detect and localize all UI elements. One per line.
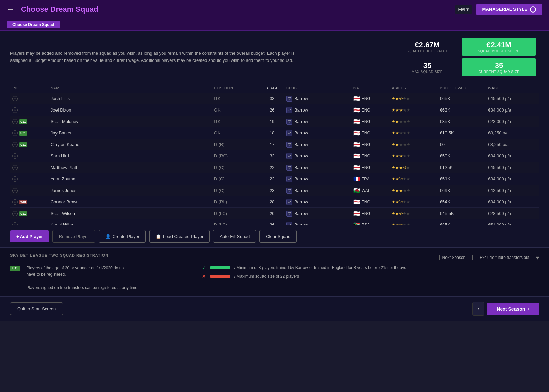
back-nav-arrow[interactable]: ‹ <box>472 302 484 316</box>
player-club: 🛡 Barrow <box>284 208 351 219</box>
nat-code: ENG <box>362 119 370 124</box>
flag-icon: 🏴󠁧󠁢󠁷󠁬󠁳󠁿 <box>353 187 360 194</box>
col-age[interactable]: ▲ AGE <box>260 83 284 93</box>
player-budget-value: €69K <box>438 185 486 196</box>
exclude-transfers-checkbox[interactable] <box>472 255 477 260</box>
player-budget-value: €54K <box>438 196 486 208</box>
registration-title: SKY BET LEAGUE TWO SQUAD REGISTRATION <box>10 253 108 258</box>
sub-tab[interactable]: Choose Dream Squad <box>7 21 60 28</box>
check-icon: ○ <box>12 107 18 113</box>
check-icon: ○ <box>12 222 18 225</box>
rule1-bar <box>210 266 230 269</box>
check-icon: ○ <box>12 119 18 124</box>
table-row[interactable]: ○ U21 Clayton Keane D (R) 17 🛡 Barrow 🏴󠁧… <box>10 139 539 150</box>
stars-display: ★★★★★ <box>392 131 436 136</box>
player-wage: €34,000 p/a <box>486 150 539 162</box>
player-nationality: 🏴󠁧󠁢󠁥󠁮󠁧󠁿 ENG <box>351 127 390 139</box>
player-wage: €42,500 p/a <box>486 185 539 196</box>
club-shield-icon: 🛡 <box>286 119 292 125</box>
expand-arrow-icon[interactable]: ▾ <box>536 254 539 261</box>
exclude-transfers-checkbox-item[interactable]: Exclude future transfers out <box>472 255 529 260</box>
next-season-checkbox[interactable] <box>435 255 440 260</box>
flag-icon: 🇫🇷 <box>353 176 360 182</box>
badge-u21: U21 <box>19 131 27 136</box>
table-row[interactable]: ○ U21 Jay Barker GK 18 🛡 Barrow 🏴󠁧󠁢󠁥󠁮󠁧󠁿 … <box>10 127 539 139</box>
player-age: 22 <box>260 173 284 185</box>
managerial-style-button[interactable]: MANAGERIAL STYLE i <box>476 4 542 15</box>
squad-budget-value-amount: €2.67M <box>397 41 458 49</box>
remove-player-button[interactable]: Remove Player <box>52 230 95 243</box>
player-nationality: 🏴󠁧󠁢󠁥󠁮󠁧󠁿 ENG <box>351 150 390 162</box>
table-row[interactable]: ○ Joel Dixon GK 26 🛡 Barrow 🏴󠁧󠁢󠁥󠁮󠁧󠁿 ENG <box>10 104 539 116</box>
reg-rule-1: ✓ / Minimum of 8 players trained by Barr… <box>202 265 539 270</box>
table-row[interactable]: ○ Yoan Zouma D (C) 22 🛡 Barrow 🇫🇷 FRA <box>10 173 539 185</box>
col-wage: WAGE <box>486 83 539 93</box>
back-button[interactable]: ← <box>7 5 14 14</box>
inf-cell: ○ U21 <box>10 139 49 150</box>
club-name: Barrow <box>294 96 308 101</box>
squad-budget-value-group: €2.67M SQUAD BUDGET VALUE <box>397 41 458 53</box>
flag-cell: 🏴󠁧󠁢󠁥󠁮󠁧󠁿 ENG <box>353 95 370 102</box>
info-text: Players may be added and removed from th… <box>10 50 301 64</box>
quit-button[interactable]: Quit to Start Screen <box>10 302 63 315</box>
check-icon: ○ <box>12 188 18 193</box>
page-title: Choose Dream Squad <box>21 5 455 14</box>
inf-cell: ○ <box>10 93 49 104</box>
nat-code: ENG <box>362 131 370 136</box>
table-row[interactable]: ○ U21 Scott Moloney GK 19 🛡 Barrow 🏴󠁧󠁢󠁥󠁮… <box>10 116 539 127</box>
player-name: Connor Brown <box>49 196 212 208</box>
flag-cell: 🏴󠁧󠁢󠁥󠁮󠁧󠁿 ENG <box>353 153 370 159</box>
table-row[interactable]: ○ James Jones D (C) 23 🛡 Barrow 🏴󠁧󠁢󠁷󠁬󠁳󠁿 … <box>10 185 539 196</box>
player-nationality: 🏴󠁧󠁢󠁷󠁬󠁳󠁿 WAL <box>351 185 390 196</box>
col-inf: INF <box>10 83 49 93</box>
table-row[interactable]: ○ Matthew Platt D (C) 22 🛡 Barrow 🏴󠁧󠁢󠁥󠁮󠁧… <box>10 162 539 173</box>
auto-fill-squad-button[interactable]: Auto-Fill Squad <box>213 230 256 243</box>
create-player-icon: 👤 <box>105 234 111 239</box>
next-season-button[interactable]: Next Season › <box>487 303 539 315</box>
col-ability: ABILITY <box>390 83 438 93</box>
check-icon: ○ <box>12 165 18 170</box>
footer: Quit to Start Screen ‹ Next Season › <box>0 296 549 321</box>
max-squad-size-amount: 35 <box>397 61 458 70</box>
player-nationality: 🏴󠁧󠁢󠁥󠁮󠁧󠁿 ENG <box>351 116 390 127</box>
table-row[interactable]: ○ Wnt Connor Brown D (RL) 28 🛡 Barrow 🏴󠁧… <box>10 196 539 208</box>
flag-icon: 🏴󠁧󠁢󠁥󠁮󠁧󠁿 <box>353 153 360 159</box>
sub-header: Choose Dream Squad <box>0 19 549 31</box>
fm-logo[interactable]: FM ▾ <box>455 5 472 14</box>
player-table-scroll[interactable]: INF NAME POSITION ▲ AGE CLUB NAT ABILITY… <box>10 83 539 225</box>
budget-boxes: €2.67M SQUAD BUDGET VALUE €2.41M SQUAD B… <box>397 38 539 76</box>
player-nationality: 🏴󠁧󠁢󠁥󠁮󠁧󠁿 ENG <box>351 208 390 219</box>
club-shield-icon: 🛡 <box>286 188 292 194</box>
load-created-player-button[interactable]: 📋 Load Created Player <box>149 230 210 243</box>
stars-display: ★★★★★ <box>392 154 436 158</box>
reg-rule-line2: have to be registered. <box>27 272 66 277</box>
flag-cell: 🏴󠁧󠁢󠁷󠁬󠁳󠁿 WAL <box>353 187 370 194</box>
reg-rule-text: Players of the age of 20 or younger on 1… <box>27 265 195 291</box>
player-wage: €34,000 p/a <box>486 173 539 185</box>
player-rows: ○ Josh Lillis GK 33 🛡 Barrow 🏴󠁧󠁢󠁥󠁮󠁧󠁿 ENG <box>10 93 539 225</box>
stars-display: ★★★★★ <box>392 142 436 147</box>
table-row[interactable]: ○ U21 Scott Wilson D (LC) 20 🛡 Barrow 🏴󠁧… <box>10 208 539 219</box>
table-row[interactable]: ○ Kgosi Ntlhe D (LC) 26 🛡 Barrow 🇿🇦 RSA <box>10 219 539 225</box>
badge-u21: U21 <box>19 211 27 216</box>
player-position: D (RC) <box>212 150 260 162</box>
player-position: GK <box>212 127 260 139</box>
next-season-checkbox-item[interactable]: Next Season <box>435 255 466 260</box>
table-row[interactable]: ○ Josh Lillis GK 33 🛡 Barrow 🏴󠁧󠁢󠁥󠁮󠁧󠁿 ENG <box>10 93 539 104</box>
clear-squad-button[interactable]: Clear Squad <box>259 230 297 243</box>
player-age: 19 <box>260 116 284 127</box>
table-row[interactable]: ○ Sam Hird D (RC) 32 🛡 Barrow 🏴󠁧󠁢󠁥󠁮󠁧󠁿 EN… <box>10 150 539 162</box>
reg-rule-2: ✗ / Maximum squad size of 22 players <box>202 274 539 279</box>
create-player-button[interactable]: 👤 Create Player <box>99 230 146 243</box>
check-icon: ○ <box>12 153 18 159</box>
player-position: D (R) <box>212 139 260 150</box>
player-table: INF NAME POSITION ▲ AGE CLUB NAT ABILITY… <box>10 83 539 225</box>
player-wage: €45,500 p/a <box>486 93 539 104</box>
flag-icon: 🏴󠁧󠁢󠁥󠁮󠁧󠁿 <box>353 130 360 136</box>
add-player-button[interactable]: + Add Player <box>10 230 49 242</box>
player-club: 🛡 Barrow <box>284 116 351 127</box>
col-nat: NAT <box>351 83 390 93</box>
player-nationality: 🇫🇷 FRA <box>351 173 390 185</box>
stars-display: ★★½★★ <box>392 96 436 101</box>
player-age: 22 <box>260 162 284 173</box>
